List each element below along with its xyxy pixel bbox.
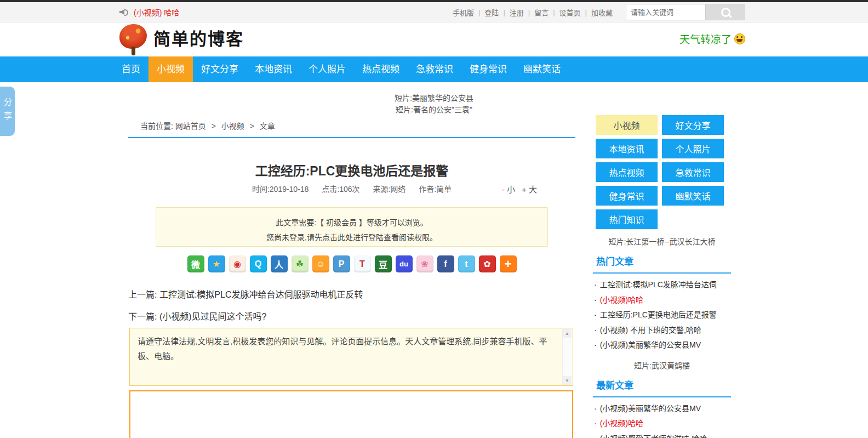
qq-share-icon[interactable]: Q (250, 255, 267, 272)
breadcrumb-section[interactable]: 小视频 (221, 122, 244, 130)
announcement-line[interactable]: 短片:著名的公安"三袁" (0, 104, 868, 116)
search-bar (626, 4, 745, 20)
topbar: (小视频) 哈哈 手机版 | 登陆 | 注册 | 留言 | 设首页 | 加收藏 (0, 2, 868, 22)
sidebar-category-buttons: 小视频 好文分享 本地资讯 个人照片 热点视频 急救常识 健身常识 幽默笑话 热… (593, 115, 731, 229)
renmin-share-icon[interactable]: ✿ (479, 255, 496, 272)
list-bullet: · (594, 310, 597, 319)
hot-article-item[interactable]: ·工控测试:模拟PLC发脉冲给台达伺 (593, 277, 731, 293)
latest-articles-list: ·(小视频)美丽繁华的公安县MV ·(小视频)哈哈 ·(小视频)感受下老师的滋味… (593, 401, 731, 438)
topbar-announcement[interactable]: (小视频) 哈哈 (134, 7, 179, 18)
nav-item-articles[interactable]: 好文分享 (193, 56, 247, 82)
sidebar-item-articles[interactable]: 好文分享 (662, 115, 724, 135)
nav-item-fitness[interactable]: 健身常识 (461, 56, 515, 82)
announcement-line[interactable]: 短片:美丽繁华的公安县 (0, 93, 868, 104)
nav-item-hot-videos[interactable]: 热点视频 (354, 56, 408, 82)
topbar-link-login[interactable]: 登陆 (480, 7, 503, 18)
comment-rules-text: 请遵守法律法规,文明发言,积极发表您的知识与见解。评论页面提示信息。天人文章管理… (130, 328, 573, 363)
sidebar-item-local-news[interactable]: 本地资讯 (596, 139, 658, 158)
wechat-share-icon[interactable]: 微 (187, 255, 204, 272)
main-column: 当前位置: 网站首页 > 小视频 > 文章 工控经历:PLC更换电池后还是报警 … (128, 117, 575, 438)
topbar-link-message[interactable]: 留言 (530, 7, 553, 18)
member-notice-login-link[interactable]: 您尚未登录,请先点击此处进行登陆查看阅读权限。 (156, 230, 547, 245)
breadcrumb-home[interactable]: 网站首页 (175, 122, 206, 130)
nav-item-home[interactable]: 首页 (113, 56, 149, 82)
nav-item-photos[interactable]: 个人照片 (300, 56, 354, 82)
kaixin-share-icon[interactable]: ☘ (292, 255, 309, 272)
tencent-weibo-share-icon[interactable]: T (354, 255, 371, 272)
sidebar-clip-title[interactable]: 短片:长江第一桥--武汉长江大桥 (593, 236, 731, 248)
article-title: 工控经历:PLC更换电池后还是报警 (128, 161, 575, 179)
tree-logo-icon (119, 24, 148, 55)
breadcrumb: 当前位置: 网站首页 > 小视频 > 文章 (128, 121, 575, 138)
next-article-link[interactable]: (小视频)见过民间这个活吗? (159, 312, 267, 321)
latest-article-item[interactable]: ·(小视频)感受下老师的滋味,哈哈 (593, 431, 731, 438)
hot-article-item[interactable]: ·(小视频) 不用下班的交警,哈哈 (593, 323, 731, 338)
comment-rules-box: 请遵守法律法规,文明发言,积极发表您的知识与见解。评论页面提示信息。天人文章管理… (129, 328, 573, 386)
sidebar-item-photos[interactable]: 个人照片 (662, 139, 724, 158)
member-notice-box: 此文章需要:【 初级会员 】等级才可以浏览。 您尚未登录,请先点击此处进行登陆查… (156, 207, 548, 247)
list-bullet: · (594, 280, 597, 289)
nav-item-first-aid[interactable]: 急救常识 (408, 56, 461, 82)
tieba-share-icon[interactable]: ☺ (312, 255, 329, 272)
hot-article-item[interactable]: ·(小视频)美丽繁华的公安县MV (593, 338, 731, 353)
list-bullet: · (594, 434, 597, 438)
latest-article-item[interactable]: ·(小视频)哈哈 (593, 416, 731, 431)
breadcrumb-separator: > (250, 122, 254, 130)
main-nav: 首页 小视频 好文分享 本地资讯 个人照片 热点视频 急救常识 健身常识 幽默笑… (0, 56, 868, 82)
topbar-link-register[interactable]: 注册 (505, 7, 528, 18)
list-bullet: · (594, 326, 597, 334)
sidebar-item-short-video[interactable]: 小视频 (596, 115, 658, 135)
pengyou-share-icon[interactable]: P (333, 255, 350, 272)
prev-article-link[interactable]: 工控测试:模拟PLC发脉冲给台达伺服驱动电机正反转 (159, 290, 363, 299)
topbar-link-favorite[interactable]: 加收藏 (587, 7, 617, 18)
sidebar-item-hot-knowledge[interactable]: 热门知识 (596, 209, 658, 229)
latest-article-item[interactable]: ·(小视频)美丽繁华的公安县MV (593, 401, 731, 417)
topbar-link-mobile[interactable]: 手机版 (448, 7, 478, 18)
search-button[interactable] (706, 4, 745, 20)
nav-item-short-video[interactable]: 小视频 (149, 56, 193, 82)
topbar-links: 手机版 | 登陆 | 注册 | 留言 | 设首页 | 加收藏 (448, 7, 617, 18)
hot-article-item[interactable]: ·(小视频)哈哈 (593, 293, 731, 308)
qzone-share-icon[interactable]: ★ (208, 255, 225, 272)
more-share-icon[interactable]: + (500, 255, 517, 272)
comment-input-box[interactable] (129, 390, 573, 438)
prev-article-line: 上一篇: 工控测试:模拟PLC发脉冲给台达伺服驱动电机正反转 (128, 287, 363, 300)
huaban-share-icon[interactable]: ❀ (416, 255, 433, 272)
meta-source: 来源:网络 (373, 185, 406, 194)
hot-article-item[interactable]: ·工控经历:PLC更换电池后还是报警 (593, 308, 731, 323)
baidu-share-icon[interactable]: du (396, 255, 413, 272)
meta-author: 作者:简单 (419, 185, 452, 194)
topbar-link-sethome[interactable]: 设首页 (555, 7, 585, 18)
weather-text: 天气转凉了 (679, 31, 732, 46)
weather-note: 天气转凉了 (679, 31, 745, 46)
speaker-icon (119, 8, 128, 16)
scroll-down-arrow-icon[interactable]: ▼ (563, 376, 572, 385)
twitter-share-icon[interactable]: t (458, 255, 475, 272)
hot-articles-heading: 热门文章 (593, 254, 731, 274)
meta-clicks: 点击:106次 (322, 185, 359, 194)
next-article-line: 下一篇: (小视频)见过民间这个活吗? (128, 309, 266, 322)
nav-item-local-news[interactable]: 本地资讯 (247, 56, 300, 82)
sidebar-item-fitness[interactable]: 健身常识 (596, 186, 658, 206)
sidebar-clip-title[interactable]: 短片:武汉黄鹤楼 (593, 360, 731, 372)
scrolling-announcements: 短片:美丽繁华的公安县 短片:著名的公安"三袁" (0, 93, 868, 116)
breadcrumb-page: 文章 (260, 122, 275, 130)
hot-articles-list: ·工控测试:模拟PLC发脉冲给台达伺 ·(小视频)哈哈 ·工控经历:PLC更换电… (593, 277, 731, 353)
nav-item-jokes[interactable]: 幽默笑话 (515, 56, 569, 82)
sidebar-item-first-aid[interactable]: 急救常识 (662, 162, 724, 182)
sidebar-item-jokes[interactable]: 幽默笑话 (662, 186, 724, 206)
douban-share-icon[interactable]: 豆 (375, 255, 392, 272)
weibo-share-icon[interactable]: ◉ (229, 255, 246, 272)
font-smaller-button[interactable]: - 小 (502, 185, 515, 194)
comment-rules-scrollbar[interactable]: ▲ ▼ (562, 329, 572, 385)
font-larger-button[interactable]: + 大 (522, 185, 537, 194)
list-bullet: · (594, 404, 597, 413)
scroll-up-arrow-icon[interactable]: ▲ (563, 329, 572, 338)
meta-time: 时间:2019-10-18 (252, 185, 309, 194)
facebook-share-icon[interactable]: f (437, 255, 454, 272)
renren-share-icon[interactable]: 人 (271, 255, 288, 272)
sidebar-item-hot-videos[interactable]: 热点视频 (596, 162, 658, 182)
site-logo[interactable]: 简单的博客 (119, 24, 244, 55)
search-input[interactable] (626, 4, 706, 20)
breadcrumb-label: 当前位置: (140, 122, 173, 130)
